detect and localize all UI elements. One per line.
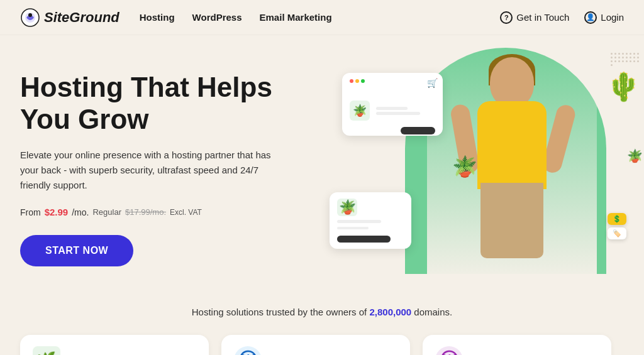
nav-links: Hosting WordPress Email Marketing bbox=[140, 12, 501, 23]
dots-pattern-right bbox=[611, 53, 639, 66]
card-line-1 bbox=[376, 107, 408, 110]
wordpress-blue-icon: Ⓦ bbox=[234, 346, 262, 355]
woocommerce-icon: Ⓦ bbox=[435, 346, 463, 355]
brand-name: SiteGround bbox=[44, 9, 119, 26]
held-plant: 🪴 bbox=[452, 155, 477, 178]
dot-yellow bbox=[355, 79, 359, 83]
dot-green bbox=[361, 79, 365, 83]
question-icon: ? bbox=[500, 11, 513, 24]
logo-icon bbox=[20, 8, 40, 28]
hero-content: Hosting That Helps You Grow Elevate your… bbox=[20, 65, 322, 266]
tag-yellow: 💲 bbox=[608, 213, 626, 225]
service-cards-row: 🌿 Ⓦ Ⓦ bbox=[0, 325, 644, 355]
window-dots bbox=[350, 79, 435, 83]
person-body: 🪴 bbox=[449, 57, 575, 283]
hero-description: Elevate your online presence with a host… bbox=[20, 148, 291, 193]
trust-bar: Hosting solutions trusted by the owners … bbox=[0, 299, 644, 325]
card-product-row: 🪴 bbox=[350, 101, 435, 121]
tag-decorations: 💲 🏷️ bbox=[608, 213, 626, 239]
purple-pot-decoration: 🪴 bbox=[627, 148, 643, 163]
card-button-row bbox=[350, 127, 435, 134]
get-in-touch-button[interactable]: ? Get in Touch bbox=[500, 11, 569, 24]
card2-line-2 bbox=[337, 227, 369, 229]
start-now-button[interactable]: START NOW bbox=[20, 235, 133, 266]
nav-item-email-marketing[interactable]: Email Marketing bbox=[260, 12, 332, 23]
price-period: /mo. bbox=[72, 207, 89, 217]
card-add-button bbox=[401, 127, 435, 134]
plant-right-decoration: 🌵 bbox=[606, 73, 641, 101]
price-vat-label: Excl. VAT bbox=[170, 208, 202, 217]
login-label: Login bbox=[601, 12, 624, 23]
person-torso bbox=[477, 101, 547, 189]
trust-domain-count: 2,800,000 bbox=[369, 307, 411, 317]
hero-visual: 🪴 🛒 🪴 💲 🏷️ 🌵 🪴 bbox=[317, 35, 644, 299]
price-regular-label: Regular bbox=[92, 207, 121, 217]
brand-logo[interactable]: SiteGround bbox=[20, 8, 119, 28]
nav-right-actions: ? Get in Touch 👤 Login bbox=[500, 11, 624, 24]
nav-item-wordpress[interactable]: WordPress bbox=[192, 12, 242, 23]
card-plant-icon-2: 🪴 bbox=[337, 199, 357, 216]
card2-line-1 bbox=[337, 220, 381, 222]
navigation: SiteGround Hosting WordPress Email Marke… bbox=[0, 0, 644, 35]
floating-card-1: 🪴 🛒 bbox=[342, 73, 443, 136]
card-text-lines bbox=[376, 107, 420, 115]
card2-btn bbox=[337, 236, 391, 243]
person-head bbox=[490, 57, 534, 107]
trust-text-after: domains. bbox=[414, 307, 452, 317]
hero-person: 🪴 bbox=[427, 38, 597, 283]
hero-pricing: From $2.99/mo. Regular $17.99/mo. Excl. … bbox=[20, 207, 322, 217]
price-regular-amount: $17.99/mo. bbox=[125, 207, 166, 217]
service-card-wordpress[interactable]: 🌿 bbox=[20, 335, 209, 355]
trust-text-before: Hosting solutions trusted by the owners … bbox=[192, 307, 367, 317]
price-from-label: From bbox=[20, 207, 41, 217]
hero-title: Hosting That Helps You Grow bbox=[20, 72, 322, 135]
service-card-wp-blue[interactable]: Ⓦ bbox=[221, 335, 410, 355]
svg-point-2 bbox=[28, 13, 32, 17]
tag-white: 🏷️ bbox=[608, 227, 626, 239]
card-line-2 bbox=[376, 112, 420, 115]
hero-section: Hosting That Helps You Grow Elevate your… bbox=[0, 35, 644, 299]
person-lower-body bbox=[480, 183, 543, 258]
wordpress-green-icon: 🌿 bbox=[33, 346, 60, 355]
cart-icon: 🛒 bbox=[427, 78, 438, 88]
card-plant-icon: 🪴 bbox=[350, 101, 370, 121]
login-button[interactable]: 👤 Login bbox=[584, 11, 624, 24]
price-amount: $2.99 bbox=[45, 207, 69, 217]
nav-item-hosting[interactable]: Hosting bbox=[140, 12, 175, 23]
person-icon: 👤 bbox=[584, 11, 597, 24]
get-in-touch-label: Get in Touch bbox=[516, 12, 569, 23]
service-card-woo[interactable]: Ⓦ bbox=[423, 335, 611, 355]
dot-red bbox=[350, 79, 353, 83]
floating-card-2: 🪴 bbox=[330, 192, 411, 249]
